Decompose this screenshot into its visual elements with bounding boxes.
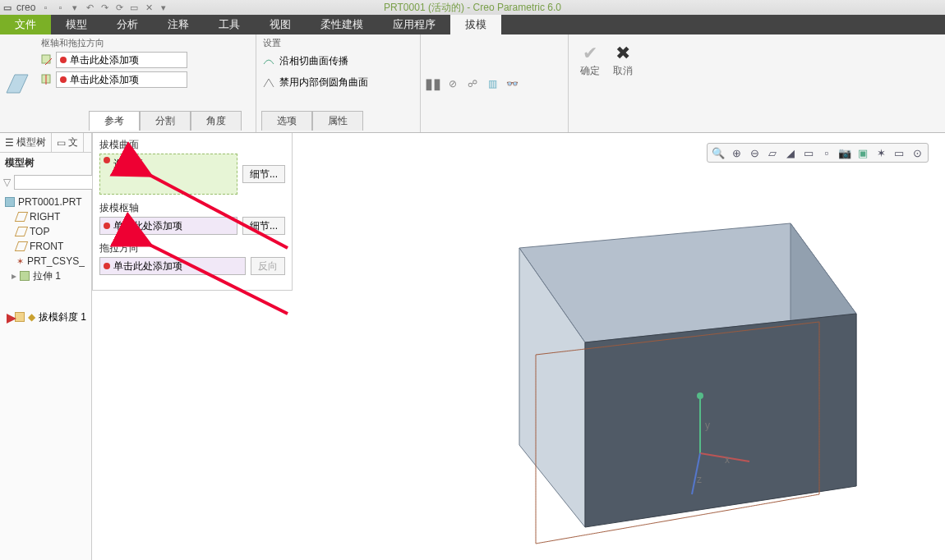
extrude-icon bbox=[20, 271, 30, 281]
display-style-icon[interactable]: ◢ bbox=[783, 145, 798, 160]
spin-center-icon[interactable]: ⊙ bbox=[910, 145, 924, 160]
svg-marker-0 bbox=[7, 75, 28, 93]
zoom-in-icon[interactable]: ⊕ bbox=[729, 145, 744, 160]
propagate-icon bbox=[261, 53, 276, 68]
tree-datum-front[interactable]: FRONT bbox=[2, 239, 90, 254]
open-icon[interactable]: ▫ bbox=[53, 2, 67, 13]
required-dot-icon bbox=[104, 263, 110, 269]
perspective-icon[interactable]: ▫ bbox=[819, 145, 834, 160]
workspace: ☰模型树 ▭文 模型树 ▽ PRT0001.PRT RIGHT TOP FRON… bbox=[0, 133, 945, 560]
verify-icon[interactable]: ☍ bbox=[465, 76, 480, 91]
csys-icon: ✶ bbox=[16, 256, 24, 267]
filter-icon[interactable]: ▽ bbox=[3, 177, 11, 188]
model-tree: PRT0001.PRT RIGHT TOP FRONT ✶PRT_CSYS_ ▸… bbox=[0, 191, 91, 287]
ok-button[interactable]: ✔确定 bbox=[574, 43, 606, 124]
tree-filter: ▽ bbox=[0, 173, 91, 191]
required-dot-icon bbox=[104, 223, 110, 229]
datum-plane-icon bbox=[15, 227, 28, 236]
menu-view[interactable]: 视图 bbox=[255, 15, 306, 34]
undo-icon[interactable]: ↶ bbox=[83, 2, 96, 13]
new-icon[interactable]: ▫ bbox=[39, 2, 52, 13]
datum-plane-icon bbox=[15, 212, 28, 222]
no-preview-icon[interactable]: ⊘ bbox=[445, 76, 460, 91]
expand-icon[interactable]: ▸ bbox=[12, 270, 16, 282]
navigator: ☰模型树 ▭文 模型树 ▽ PRT0001.PRT RIGHT TOP FRON… bbox=[0, 133, 92, 560]
tab-options[interactable]: 选项 bbox=[261, 111, 312, 131]
dashboard-tabs-2: 选项 属性 bbox=[261, 111, 415, 131]
cancel-button[interactable]: ✖取消 bbox=[606, 43, 639, 124]
menu-apps[interactable]: 应用程序 bbox=[378, 15, 450, 34]
zoom-out-icon[interactable]: ⊖ bbox=[747, 145, 762, 160]
save-icon[interactable]: ▾ bbox=[68, 2, 81, 13]
menu-model[interactable]: 模型 bbox=[51, 15, 102, 34]
regen-icon[interactable]: ⟳ bbox=[113, 2, 126, 13]
required-dot-icon bbox=[60, 57, 67, 63]
tree-datum-right[interactable]: RIGHT bbox=[2, 209, 90, 224]
axis-z-label: z bbox=[697, 474, 702, 485]
redraw-icon[interactable]: ▱ bbox=[765, 145, 780, 160]
tab-model-tree[interactable]: ☰模型树 bbox=[0, 133, 52, 152]
windows-icon[interactable]: ▭ bbox=[127, 2, 141, 13]
axis-x-label: x bbox=[725, 454, 730, 466]
hinge-collector-1[interactable]: 单击此处添加项 bbox=[39, 52, 251, 68]
redo-icon[interactable]: ↷ bbox=[98, 2, 111, 13]
menu-file[interactable]: 文件 bbox=[0, 15, 51, 34]
axis-y-label: y bbox=[705, 420, 710, 431]
svg-line-16 bbox=[148, 244, 288, 314]
capture-icon[interactable]: 📷 bbox=[837, 145, 852, 160]
ribbon: 枢轴和拖拉方向 单击此处添加项 单击此处添加项 参考 分割 角度 设置 沿相切曲… bbox=[0, 34, 945, 133]
tab-split[interactable]: 分割 bbox=[140, 111, 191, 131]
svg-marker-5 bbox=[7, 314, 16, 324]
tab-angle[interactable]: 角度 bbox=[191, 111, 242, 131]
draft-surface-label: 拔模曲面 bbox=[99, 138, 285, 152]
tree-csys[interactable]: ✶PRT_CSYS_ bbox=[2, 254, 90, 269]
insert-here-icon: ◆ bbox=[28, 311, 35, 323]
menu-bar: 文件 模型 分析 注释 工具 视图 柔性建模 应用程序 拔模 bbox=[0, 15, 945, 34]
annotation-arrow-2 bbox=[140, 223, 296, 324]
tree-extrude[interactable]: ▸拉伸 1 bbox=[2, 269, 90, 283]
tab-folder[interactable]: ▭文 bbox=[52, 133, 84, 152]
refit-icon[interactable]: 🔍 bbox=[711, 145, 726, 160]
required-dot-icon bbox=[60, 76, 67, 83]
x-icon: ✖ bbox=[615, 43, 630, 64]
menu-flex[interactable]: 柔性建模 bbox=[306, 15, 378, 34]
saved-view-icon[interactable]: ▭ bbox=[801, 145, 816, 160]
attach-icon[interactable]: ▥ bbox=[485, 76, 500, 91]
tab-props[interactable]: 属性 bbox=[312, 111, 363, 131]
title-bar: ▭ creo ▫ ▫ ▾ ↶ ↷ ⟳ ▭ ✕ ▾ PRT0001 (活动的) -… bbox=[0, 0, 945, 15]
pause-icon[interactable]: ▮▮ bbox=[426, 76, 440, 91]
menu-analysis[interactable]: 分析 bbox=[102, 15, 153, 34]
model-3d-view: y x z bbox=[445, 215, 873, 560]
ok-cancel-group: ✔确定 ✖取消 bbox=[569, 34, 644, 132]
tree-header: 模型树 bbox=[0, 153, 91, 173]
csys-toggle-icon[interactable]: ✶ bbox=[874, 145, 888, 160]
required-dot-icon bbox=[104, 157, 110, 163]
annotation-icon[interactable]: ▭ bbox=[892, 145, 906, 160]
tree-datum-top[interactable]: TOP bbox=[2, 224, 90, 239]
hinge-collector-2[interactable]: 单击此处添加项 bbox=[39, 71, 251, 88]
opt-disable-round[interactable]: 禁用内部倒圆角曲面 bbox=[261, 73, 415, 91]
folder-icon: ▭ bbox=[57, 137, 66, 149]
glasses-icon[interactable]: 👓 bbox=[505, 76, 519, 91]
svg-point-14 bbox=[697, 392, 703, 399]
opt-propagate[interactable]: 沿相切曲面传播 bbox=[261, 52, 415, 70]
pull-dir-icon bbox=[39, 72, 54, 87]
close-icon[interactable]: ✕ bbox=[142, 2, 155, 13]
tab-refs[interactable]: 参考 bbox=[89, 111, 140, 131]
app-logo-text: creo bbox=[16, 2, 35, 13]
svg-rect-1 bbox=[42, 55, 50, 63]
box-icon[interactable]: ▣ bbox=[855, 145, 870, 160]
qat-dropdown-icon[interactable]: ▾ bbox=[157, 2, 170, 13]
menu-annotate[interactable]: 注释 bbox=[153, 15, 204, 34]
insert-marker-icon bbox=[7, 314, 16, 324]
quick-access-toolbar: ▫ ▫ ▾ ↶ ↷ ⟳ ▭ ✕ ▾ bbox=[39, 2, 170, 13]
part-icon bbox=[5, 197, 15, 207]
group-settings-label: 设置 bbox=[261, 36, 415, 50]
check-icon: ✔ bbox=[583, 43, 597, 64]
hinge-collector-2-text: 单击此处添加项 bbox=[70, 73, 139, 87]
menu-tools[interactable]: 工具 bbox=[204, 15, 255, 34]
group-hinge-label: 枢轴和拖拉方向 bbox=[39, 36, 251, 50]
menu-draft[interactable]: 拔模 bbox=[450, 15, 501, 34]
hinge-axis-icon bbox=[39, 53, 54, 67]
tree-part[interactable]: PRT0001.PRT bbox=[2, 195, 90, 209]
